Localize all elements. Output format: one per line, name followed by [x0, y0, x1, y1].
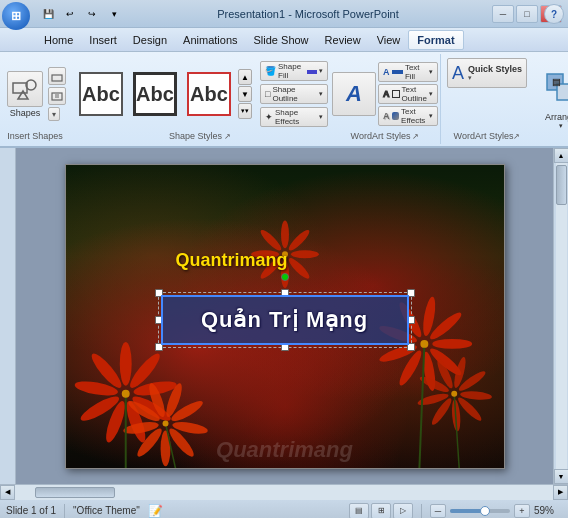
theme-name: "Office Theme"	[73, 505, 140, 516]
menu-animations[interactable]: Animations	[175, 30, 245, 50]
normal-view-button[interactable]: ▤	[349, 503, 369, 519]
shapes-button[interactable]: Shapes	[4, 69, 46, 120]
wordart-styles-expand[interactable]: ↗	[412, 132, 419, 141]
window-title: Presentation1 - Microsoft PowerPoint	[124, 8, 492, 20]
menu-slideshow[interactable]: Slide Show	[246, 30, 317, 50]
fill-color-indicator	[307, 70, 317, 74]
zoom-thumb[interactable]	[480, 506, 490, 516]
quick-access-dropdown[interactable]: ▾	[104, 5, 124, 23]
menu-view[interactable]: View	[369, 30, 409, 50]
undo-button[interactable]: ↩	[60, 5, 80, 23]
office-orb[interactable]: ⊞	[2, 2, 30, 30]
text-fill-color	[392, 70, 403, 74]
hscroll-right-button[interactable]: ▶	[553, 485, 568, 500]
shapes-svg	[11, 75, 39, 103]
wordart-content: A A Text Fill ▾ A Text Outline ▾ A	[332, 58, 438, 130]
text-box-button[interactable]	[48, 87, 66, 105]
quick-styles-label: WordArt Styles ↗	[447, 130, 527, 144]
styles-more[interactable]: ▾▾	[238, 103, 252, 119]
text-effects-button[interactable]: A Text Effects ▾	[378, 106, 438, 126]
slide[interactable]: Quantrimang Quản Trị Mạng	[65, 164, 505, 469]
zoom-level: 59%	[534, 505, 562, 516]
shapes-label: Shapes	[10, 108, 41, 118]
view-buttons: ▤ ⊞ ▷	[349, 503, 413, 519]
horizontal-scrollbar[interactable]: ◀ ▶	[0, 484, 568, 499]
text-outline-color	[392, 90, 400, 98]
arrange-icon: ▤	[543, 70, 568, 112]
slide-watermark: Quantrimang	[216, 437, 353, 463]
zoom-controls: ─ + 59%	[430, 504, 562, 518]
edit-shape-icon	[51, 70, 63, 82]
minimize-button[interactable]: ─	[492, 5, 514, 23]
scroll-thumb[interactable]	[556, 165, 567, 205]
shape-styles-label: Shape Styles ↗	[76, 130, 324, 144]
slideshow-button[interactable]: ▷	[393, 503, 413, 519]
insert-shapes-section: Shapes ▾ Insert Shapes	[0, 54, 70, 144]
shape-style-outlined[interactable]: Abc	[184, 68, 234, 120]
save-button[interactable]: 💾	[38, 5, 58, 23]
redo-button[interactable]: ↪	[82, 5, 102, 23]
handle-rotate[interactable]	[281, 273, 289, 281]
shape-style-dark[interactable]: Abc	[130, 68, 180, 120]
slide-wordart-container[interactable]: Quản Trị Mạng	[161, 295, 409, 345]
shape-effects-row: ✦ Shape Effects ▾	[260, 107, 328, 127]
slide-container[interactable]: Quantrimang Quản Trị Mạng	[16, 148, 553, 484]
quick-styles-expand[interactable]: ↗	[513, 132, 520, 141]
vertical-scrollbar[interactable]: ▲ ▼	[553, 148, 568, 484]
menu-design[interactable]: Design	[125, 30, 175, 50]
wordart-text-box[interactable]: Quản Trị Mạng	[161, 295, 409, 345]
hscroll-thumb[interactable]	[35, 487, 115, 498]
zoom-out-button[interactable]: ─	[430, 504, 446, 518]
hscroll-left-button[interactable]: ◀	[0, 485, 15, 500]
text-outline-button[interactable]: A Text Outline ▾	[378, 84, 438, 104]
slide-count: Slide 1 of 1	[6, 505, 56, 516]
quick-styles-icon: A	[452, 63, 464, 84]
hscroll-track[interactable]	[15, 485, 553, 500]
quick-styles-content: A Quick Styles ▾	[447, 58, 527, 130]
quick-styles-button[interactable]: A Quick Styles ▾	[447, 58, 527, 88]
shape-styles-content: Abc Abc Abc ▲ ▼ ▾▾ 🪣 Shape Fill	[76, 58, 324, 130]
shapes-icon	[7, 71, 43, 107]
wordart-text-button[interactable]: A	[332, 72, 376, 116]
shape-style-plain[interactable]: Abc	[76, 68, 126, 120]
styles-scroll-down[interactable]: ▼	[238, 86, 252, 102]
slide-panel	[0, 148, 16, 484]
arrange-label: Arrange	[545, 112, 568, 122]
shape-styles-expand[interactable]: ↗	[224, 132, 231, 141]
styles-scroll-controls: ▲ ▼ ▾▾	[238, 69, 252, 119]
spell-check[interactable]: 📝	[148, 504, 163, 518]
menu-home[interactable]: Home	[36, 30, 81, 50]
shape-style-samples: Abc Abc Abc	[76, 68, 234, 120]
insert-shapes-more-button[interactable]: ▾	[48, 107, 60, 121]
scroll-up-button[interactable]: ▲	[554, 148, 569, 163]
theme-info: "Office Theme"	[73, 505, 140, 516]
status-divider-1	[64, 504, 65, 518]
menu-review[interactable]: Review	[317, 30, 369, 50]
quick-access-toolbar: 💾 ↩ ↪ ▾	[38, 5, 124, 23]
shape-effects-button[interactable]: ✦ Shape Effects ▾	[260, 107, 328, 127]
arrange-button[interactable]: ▤ Arrange ▾	[539, 68, 568, 132]
text-box-icon	[51, 90, 63, 102]
zoom-in-button[interactable]: +	[514, 504, 530, 518]
ribbon: Shapes ▾ Insert Shapes Abc	[0, 52, 568, 148]
spell-icon: 📝	[148, 504, 163, 518]
slide-yellow-text: Quantrimang	[176, 250, 288, 271]
edit-shape-button[interactable]	[48, 67, 66, 85]
menu-insert[interactable]: Insert	[81, 30, 125, 50]
scroll-down-button[interactable]: ▼	[554, 469, 569, 484]
shape-styles-section: Abc Abc Abc ▲ ▼ ▾▾ 🪣 Shape Fill	[70, 54, 330, 144]
menu-format[interactable]: Format	[408, 30, 463, 50]
text-fill-button[interactable]: A Text Fill ▾	[378, 62, 438, 82]
maximize-button[interactable]: □	[516, 5, 538, 23]
shape-fill-row: 🪣 Shape Fill ▾	[260, 61, 328, 81]
slide-sorter-button[interactable]: ⊞	[371, 503, 391, 519]
shape-outline-button[interactable]: □ Shape Outline ▾	[260, 84, 328, 104]
shape-fill-button[interactable]: 🪣 Shape Fill ▾	[260, 61, 328, 81]
zoom-slider[interactable]	[450, 509, 510, 513]
title-bar: ⊞ 💾 ↩ ↪ ▾ Presentation1 - Microsoft Powe…	[0, 0, 568, 28]
styles-scroll-up[interactable]: ▲	[238, 69, 252, 85]
svg-text:▤: ▤	[552, 77, 561, 87]
help-button[interactable]: ?	[544, 4, 564, 24]
status-bar: Slide 1 of 1 "Office Theme" 📝 ▤ ⊞ ▷ ─ + …	[0, 499, 568, 518]
scroll-track[interactable]	[556, 163, 567, 469]
